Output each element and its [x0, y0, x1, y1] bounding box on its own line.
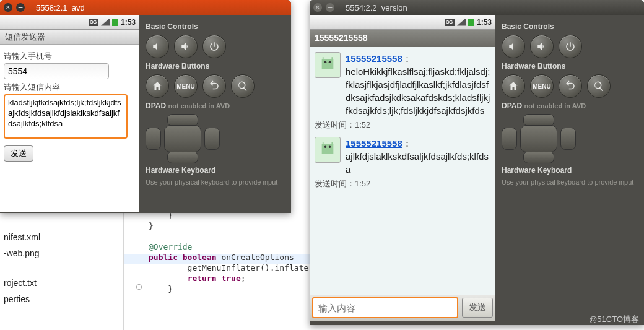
chat-input[interactable]	[312, 297, 458, 318]
dpad-left[interactable]	[146, 128, 161, 150]
project-files[interactable]: nifest.xml -web.png roject.txt perties	[0, 229, 98, 307]
menu-button[interactable]: MENU	[174, 74, 198, 98]
signal-icon	[457, 19, 466, 26]
panel-header-kb: Hardware Keyboard	[502, 166, 638, 175]
panel-header-hw: Hardware Buttons	[146, 62, 285, 71]
panel-header-dpad: DPAD not enabled in AVD	[502, 102, 638, 110]
avatar-icon	[315, 137, 341, 163]
back-button[interactable]	[202, 74, 226, 98]
svg-point-4	[324, 146, 327, 149]
volume-down-button[interactable]	[502, 35, 525, 58]
file-item[interactable]: nifest.xml	[0, 229, 98, 245]
emulator-window-a: ✕ – 5558:2.1_avd 3G 1:53 短信发送器 请输入手机号 请输…	[0, 0, 291, 213]
chat-message: 15555215558：heloHkikkjflkaslflsaj:fljask…	[315, 52, 490, 117]
emulator-side-panel-a: Basic Controls Hardware Buttons MENU DPA…	[139, 15, 291, 213]
window-title: 5554:2.2_version	[346, 3, 407, 12]
panel-header-kb: Hardware Keyboard	[146, 166, 285, 175]
network-3g-icon: 3G	[89, 19, 98, 26]
chat-title: 15555215558	[310, 30, 495, 47]
volume-up-button[interactable]	[174, 35, 198, 58]
titlebar-a[interactable]: ✕ – 5558:2.1_avd	[0, 0, 291, 15]
back-button[interactable]	[559, 74, 582, 98]
dpad[interactable]	[502, 114, 576, 163]
minimize-icon[interactable]: –	[326, 3, 334, 12]
emulator-window-b: ✕ – 5554:2.2_version 3G 1:53 15555215558…	[310, 0, 644, 325]
status-time: 1:53	[477, 18, 492, 27]
volume-down-button[interactable]	[146, 35, 169, 58]
window-title: 5558:2.1_avd	[36, 3, 85, 12]
svg-point-5	[329, 146, 331, 149]
svg-rect-6	[323, 142, 324, 145]
network-3g-icon: 3G	[445, 19, 455, 26]
avatar-icon	[315, 52, 341, 78]
sms-form: 请输入手机号 请输入短信内容 发送	[0, 45, 139, 212]
chat-body[interactable]: 15555215558：heloHkikkjflkaslflsaj:fljask…	[310, 47, 495, 295]
dpad-right[interactable]	[560, 128, 576, 150]
close-icon[interactable]: ✕	[4, 3, 12, 12]
search-button[interactable]	[587, 74, 611, 98]
file-item[interactable]: roject.txt	[0, 275, 98, 291]
battery-icon	[112, 19, 118, 26]
svg-point-0	[324, 61, 327, 64]
message-time: 发送时间：1:52	[315, 178, 490, 189]
panel-header-hw: Hardware Buttons	[502, 62, 638, 71]
panel-header-basic: Basic Controls	[146, 22, 285, 31]
svg-rect-2	[323, 57, 324, 60]
status-time: 1:53	[121, 18, 136, 27]
label-body: 请输入短信内容	[4, 82, 136, 93]
label-phone: 请输入手机号	[4, 51, 136, 62]
home-button[interactable]	[146, 74, 169, 98]
dpad-center[interactable]	[164, 125, 201, 152]
titlebar-b[interactable]: ✕ – 5554:2.2_version	[310, 0, 644, 15]
file-item[interactable]: perties	[0, 291, 98, 307]
dpad-down[interactable]	[167, 151, 198, 163]
close-icon[interactable]: ✕	[313, 3, 322, 12]
battery-icon	[468, 19, 474, 26]
panel-header-dpad: DPAD not enabled in AVD	[146, 102, 285, 110]
status-bar: 3G 1:53	[0, 15, 139, 30]
dpad[interactable]	[146, 114, 220, 163]
home-button[interactable]	[502, 74, 525, 98]
message-text: 15555215558：heloHkikkjflkaslflsaj:fljask…	[346, 52, 490, 117]
phone-screen-a: 3G 1:53 短信发送器 请输入手机号 请输入短信内容 发送	[0, 15, 139, 228]
send-button[interactable]: 发送	[462, 298, 493, 318]
dpad-down[interactable]	[523, 151, 554, 163]
emulator-side-panel-b: Basic Controls Hardware Buttons MENU DPA…	[495, 15, 644, 325]
signal-icon	[101, 19, 110, 26]
file-item[interactable]: -web.png	[0, 245, 98, 261]
panel-header-basic: Basic Controls	[502, 22, 638, 31]
override-marker-icon	[136, 284, 142, 290]
panel-kb-note: Use your physical keyboard to provide in…	[146, 178, 285, 186]
dpad-center[interactable]	[520, 125, 557, 152]
power-button[interactable]	[559, 35, 582, 58]
svg-point-1	[329, 61, 331, 64]
minimize-icon[interactable]: –	[16, 3, 25, 12]
message-text: 15555215558：ajlkfdjslaklkskdfsaljkfdsajl…	[346, 137, 490, 176]
status-bar: 3G 1:53	[310, 15, 495, 30]
phone-input[interactable]	[4, 63, 109, 79]
search-button[interactable]	[231, 74, 255, 98]
dpad-right[interactable]	[204, 128, 220, 150]
chat-footer: 发送	[310, 295, 495, 321]
dpad-left[interactable]	[502, 128, 517, 150]
phone-screen-b: 3G 1:53 15555215558 15555215558：heloHkik…	[310, 15, 495, 330]
volume-up-button[interactable]	[530, 35, 554, 58]
sms-body-input[interactable]	[4, 94, 128, 139]
chat-message: 15555215558：ajlkfdjslaklkskdfsaljkfdsajl…	[315, 137, 490, 176]
menu-button[interactable]: MENU	[530, 74, 554, 98]
watermark: @51CTO博客	[589, 314, 639, 325]
message-time: 发送时间：1:52	[315, 119, 490, 131]
app-title: 短信发送器	[0, 30, 139, 45]
send-button[interactable]: 发送	[4, 145, 33, 162]
svg-rect-3	[331, 57, 333, 60]
dpad-up[interactable]	[523, 114, 554, 126]
svg-rect-7	[331, 142, 333, 145]
dpad-up[interactable]	[167, 114, 198, 126]
power-button[interactable]	[202, 35, 226, 58]
panel-kb-note: Use your physical keyboard to provide in…	[502, 178, 638, 186]
